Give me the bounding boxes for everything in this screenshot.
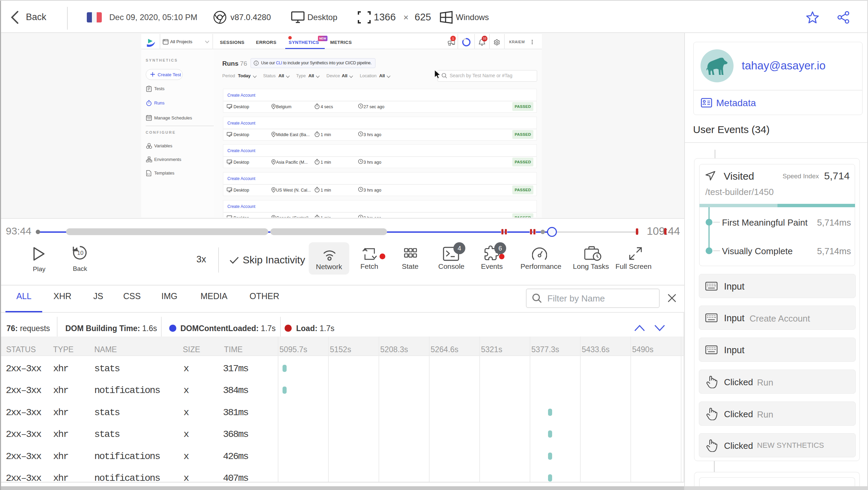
svg-text:10: 10: [77, 250, 83, 256]
